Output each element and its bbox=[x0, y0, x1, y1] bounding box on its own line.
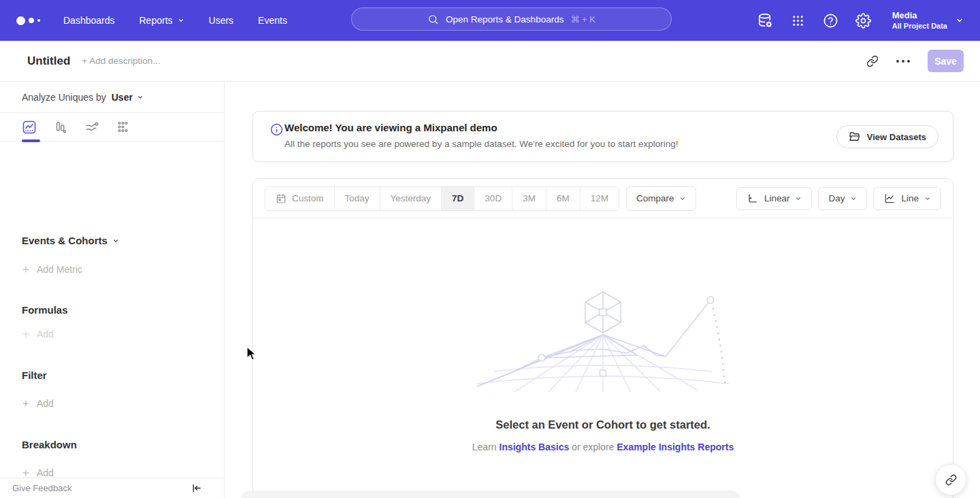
breakdown-section: Breakdown bbox=[22, 439, 77, 450]
range-custom-label: Custom bbox=[292, 193, 324, 203]
mixpanel-logo[interactable] bbox=[16, 16, 40, 25]
compare-label: Compare bbox=[636, 193, 674, 203]
banner-title: Welcome! You are viewing a Mixpanel demo bbox=[284, 122, 497, 133]
help-icon[interactable] bbox=[823, 13, 838, 29]
plus-icon bbox=[22, 399, 30, 408]
scale-label: Linear bbox=[764, 193, 790, 203]
collapse-sidebar-icon[interactable] bbox=[191, 482, 202, 494]
selected-tab-underline bbox=[22, 139, 40, 142]
report-title[interactable]: Untitled bbox=[27, 54, 70, 68]
primary-nav: Dashboards Reports Users Events bbox=[63, 15, 287, 26]
nav-dashboards[interactable]: Dashboards bbox=[63, 15, 115, 26]
compare-button[interactable]: Compare bbox=[626, 186, 697, 211]
range-12m[interactable]: 12M bbox=[580, 187, 619, 210]
nav-events[interactable]: Events bbox=[258, 15, 287, 26]
folder-open-icon bbox=[849, 131, 861, 143]
metric-type-tabs bbox=[0, 113, 224, 142]
view-datasets-button[interactable]: View Datasets bbox=[836, 125, 938, 148]
date-range-selector: Custom Today Yesterday 7D 30D 3M 6M 12M bbox=[265, 186, 619, 211]
chevron-down-icon bbox=[112, 237, 119, 244]
add-breakdown-button[interactable]: Add bbox=[22, 467, 54, 478]
logo-dot bbox=[37, 19, 40, 22]
breakdown-label: Breakdown bbox=[22, 439, 77, 450]
report-actions: Save bbox=[866, 50, 964, 72]
logo-dot bbox=[16, 16, 25, 25]
events-cohorts-label: Events & Cohorts bbox=[22, 235, 108, 246]
formulas-section: Formulas bbox=[22, 304, 68, 316]
report-card: Custom Today Yesterday 7D 30D 3M 6M 12M … bbox=[252, 178, 953, 498]
add-formula-button[interactable]: Add bbox=[22, 329, 54, 339]
filter-section: Filter bbox=[22, 369, 47, 381]
global-search-input[interactable]: Open Reports & Dashboards ⌘ + K bbox=[351, 7, 672, 31]
save-button[interactable]: Save bbox=[928, 50, 964, 72]
bottom-tray[interactable] bbox=[241, 491, 740, 498]
data-management-icon[interactable] bbox=[757, 13, 773, 29]
chart-type-selector[interactable]: Line bbox=[873, 187, 941, 210]
tab-dot-grid[interactable] bbox=[116, 120, 131, 135]
report-header: Untitled + Add description... Save bbox=[0, 41, 980, 82]
example-reports-link[interactable]: Example Insights Reports bbox=[617, 442, 734, 452]
add-description-field[interactable]: + Add description... bbox=[82, 56, 160, 66]
chart-display-controls: Linear Day Line bbox=[736, 187, 941, 210]
top-nav: Dashboards Reports Users Events Open Rep… bbox=[0, 0, 980, 41]
range-30d[interactable]: 30D bbox=[474, 187, 512, 210]
project-name: Media bbox=[892, 10, 947, 21]
scale-selector[interactable]: Linear bbox=[736, 187, 813, 210]
project-selector[interactable]: Media All Project Data bbox=[892, 10, 964, 31]
insights-basics-link[interactable]: Insights Basics bbox=[500, 442, 570, 452]
welcome-banner: Welcome! You are viewing a Mixpanel demo… bbox=[252, 111, 953, 162]
chevron-down-icon bbox=[795, 195, 802, 202]
empty-state-links: Learn Insights Basics or explore Example… bbox=[253, 442, 953, 452]
calendar-icon bbox=[276, 193, 287, 204]
nav-right-group: Media All Project Data bbox=[757, 0, 980, 41]
nav-users[interactable]: Users bbox=[209, 15, 234, 26]
interval-label: Day bbox=[828, 193, 845, 203]
range-7d[interactable]: 7D bbox=[441, 187, 474, 210]
logo-dot bbox=[29, 18, 34, 23]
info-icon bbox=[270, 123, 283, 136]
tab-bar-chart[interactable] bbox=[53, 120, 68, 135]
filter-label: Filter bbox=[22, 369, 47, 381]
add-breakdown-label: Add bbox=[37, 467, 54, 478]
search-placeholder: Open Reports & Dashboards bbox=[446, 14, 564, 24]
plus-icon bbox=[22, 265, 30, 273]
chevron-down-icon bbox=[137, 94, 144, 101]
empty-state-title: Select an Event or Cohort to get started… bbox=[253, 418, 953, 431]
analyze-by-selector[interactable]: User bbox=[112, 92, 144, 103]
apps-grid-icon[interactable] bbox=[790, 13, 806, 29]
nav-reports-label: Reports bbox=[140, 15, 173, 26]
range-custom[interactable]: Custom bbox=[265, 187, 334, 210]
range-3m[interactable]: 3M bbox=[512, 187, 546, 210]
range-yesterday[interactable]: Yesterday bbox=[380, 187, 442, 210]
chevron-down-icon bbox=[679, 195, 686, 202]
settings-gear-icon[interactable] bbox=[855, 13, 871, 29]
tab-flows[interactable] bbox=[84, 120, 99, 135]
tab-insights-line[interactable] bbox=[22, 120, 37, 135]
chevron-down-icon bbox=[924, 195, 931, 202]
plus-icon bbox=[22, 330, 30, 338]
chart-controls: Custom Today Yesterday 7D 30D 3M 6M 12M … bbox=[253, 179, 953, 218]
give-feedback-link[interactable]: Give Feedback bbox=[12, 483, 71, 493]
query-builder-sidebar: Analyze Uniques by User Events & Cohorts bbox=[0, 82, 225, 498]
line-chart-icon bbox=[883, 193, 896, 205]
add-filter-button[interactable]: Add bbox=[22, 398, 54, 409]
copy-link-icon[interactable] bbox=[866, 55, 879, 67]
more-options-icon[interactable] bbox=[896, 57, 910, 65]
chevron-down-icon bbox=[956, 16, 964, 24]
analyze-by-label: Analyze Uniques by bbox=[22, 92, 106, 103]
chevron-down-icon bbox=[850, 195, 857, 202]
view-datasets-label: View Datasets bbox=[867, 132, 926, 142]
formulas-label: Formulas bbox=[22, 304, 68, 316]
share-link-fab[interactable] bbox=[935, 464, 966, 495]
add-filter-label: Add bbox=[37, 398, 54, 409]
empty-state-illustration bbox=[474, 290, 732, 392]
nav-reports[interactable]: Reports bbox=[140, 15, 184, 26]
project-scope: All Project Data bbox=[892, 21, 947, 31]
range-today[interactable]: Today bbox=[334, 187, 380, 210]
add-metric-button[interactable]: Add Metric bbox=[22, 264, 82, 275]
range-6m[interactable]: 6M bbox=[546, 187, 580, 210]
events-cohorts-section[interactable]: Events & Cohorts bbox=[22, 235, 119, 246]
interval-selector[interactable]: Day bbox=[818, 187, 867, 210]
plus-icon bbox=[22, 469, 30, 477]
chevron-down-icon bbox=[178, 17, 184, 24]
